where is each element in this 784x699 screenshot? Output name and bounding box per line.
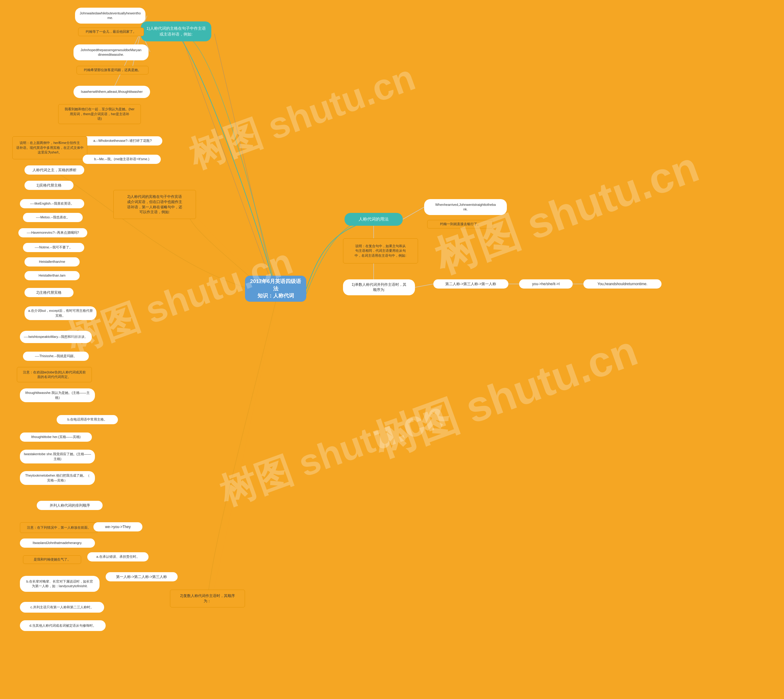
node-like-english: ----likeEnglish.--我喜欢英语。 xyxy=(20,199,84,208)
node-iwish: ----IwishtospeaktoMary.--我想和玛丽谈谈。 xyxy=(20,331,92,343)
node-bme: b.--Me.--我。(me做主语补语=It'sme.) xyxy=(83,155,161,164)
node-youhesheit: you->he/she/it->I xyxy=(519,279,573,288)
node-metoo: ----Metoo.--我也喜欢。 xyxy=(23,213,83,222)
branch2-orange: 2)人称代词的宾格在句子中作宾语成介词宾语，但在口语中也能作主语补语，第一人称在… xyxy=(113,190,196,219)
center-node: 2017年6月英语四级语法 知识：人称代词 xyxy=(245,276,306,302)
svg-line-10 xyxy=(415,284,433,287)
node-zhuge-binge: 2)主格代替宾格 xyxy=(25,288,73,297)
node-thisis: ----Thisisshe.--我就是玛丽。 xyxy=(23,352,89,361)
node-shuoming: 说明：在复合句中，如果主句和从句主语相同，代词主语要用在从句中，名词主语用在主语… xyxy=(343,238,418,263)
node-isaw-cn: 我看到她和他们在一起，至少我认为是她。(her用宾词，them是介词宾语，her… xyxy=(58,104,141,124)
node-ithought-she: Ithoughtitwasshe.我认为是她。(主格——主格) xyxy=(20,388,95,402)
svg-line-1 xyxy=(181,34,276,294)
node-elder-b: b.在长辈对晚辈、长官对下属说话时，如长官为第一人称，如：Iandyoutryt… xyxy=(20,576,99,592)
node-weyouthey: we->you->They xyxy=(93,522,142,532)
watermark-5: 树图 shutu.cn xyxy=(366,322,645,471)
node-john-hoped-cn: 约翰希望那位旅客是玛丽，还真是她。 xyxy=(76,66,149,75)
node-shewa-cn: 是我和约翰使她生气了。 xyxy=(23,555,81,564)
node-who-broke: a.--Whobrokethevase?--谁打碎了花瓶? xyxy=(83,136,162,146)
node-承担a: a.在承认错误、承担责任时。 xyxy=(87,552,149,562)
node-parallel-order: 并列人称代词的排列顺序 xyxy=(37,501,103,510)
node-single-order: 1)单数人称代词并列作主语时，其顺序为: xyxy=(343,279,415,295)
node-2p3p1p: 第二人称->第三人称->第一人称 xyxy=(433,279,508,288)
node-john-waited-cn: 约翰等了一会儿，最后他回家了。 xyxy=(78,28,144,36)
node-theytook: Theytookmetobeher.他们把我当成了她。（宾格—宾格） xyxy=(20,471,95,485)
node-isaw: Isawherwiththem,atleast,Ithoughtitwasher xyxy=(73,86,150,98)
node-binge-zhuge: 1)宾格代替主格 xyxy=(25,181,73,190)
node-youheshould: You,heandshouldreturnontime. xyxy=(584,279,662,288)
node-1p2p3p: 第一人称->第二人称->第三人称 xyxy=(106,572,178,581)
watermark-3: 树图 shutu.cn xyxy=(213,390,452,518)
node-itwas-john: ItwaslandJohnthatmadeherangry. xyxy=(20,538,95,548)
node-note-first: 注意：在下列情况中，第一人称放在前面。 xyxy=(20,522,98,533)
node-bianzhi: 人称代词之主，宾格的辨析 xyxy=(25,166,84,175)
node-parallel-c: c.并列主语只有第一人称和第二三人称时。 xyxy=(20,602,104,613)
node-havemore: ----Havemorevinc?--再来点酒喝吗? xyxy=(18,228,87,237)
node-usage: 人称代词的用法 xyxy=(344,213,403,226)
node-explain-herme: 说明：在上面两例中，her和me分别作主语补语。现代英语中多用宾格，在正式文体中… xyxy=(12,136,87,159)
node-john-waited: Johnwaitedawhilebuteventuallyhewenthome. xyxy=(75,8,146,23)
node-note-be: 注意：在劝说be(tobe告的)人称代词或其前面的名词代代词而定。 xyxy=(17,367,92,382)
node-heistaller2: Heistallerthan.lam xyxy=(25,271,79,280)
node-john-hoped: JohnhopedthepassengerwouldbeMaryandineee… xyxy=(73,45,149,60)
svg-line-6 xyxy=(112,31,141,92)
watermark-1: 树图 shutu.cn xyxy=(182,53,422,181)
node-when-arrived: Whenhearrived,Johnwentstraighttothebank. xyxy=(424,199,507,215)
node-parallel-d: d.当其他人称代词或名词被定语从句修饰时。 xyxy=(20,620,106,631)
node-prep-but: a.在介词but，except后，有时可用主格代替宾格。 xyxy=(25,306,96,320)
node-iwastaken: Iwastakentobe she.我觉得应了她。(主格——主格) xyxy=(20,450,95,464)
node-notme: ----Notme.--我可不要了。 xyxy=(23,243,84,252)
node-when-arrived-cn: 约翰一到就直接去银行了。 xyxy=(427,220,493,229)
svg-line-7 xyxy=(403,207,424,219)
branch-2plural: 2)复数人称代词作主语时，其顺序为： xyxy=(170,590,245,608)
svg-line-0 xyxy=(214,34,276,294)
node-phone: b.在电话用语中常用主格。 xyxy=(57,415,118,424)
node-heistaller1: Heistallerthan/me xyxy=(25,257,79,267)
node-ithought-her: Ithoughtittobe her.(宾格——宾格) xyxy=(20,432,92,442)
branch1-teal: 1)人称代词的主格在句子中作主语或主语补语，例如: xyxy=(141,22,211,41)
